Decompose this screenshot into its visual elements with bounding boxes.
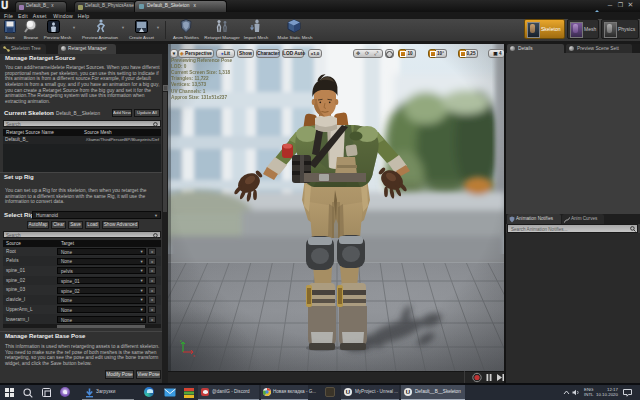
- svg-text:x: x: [193, 353, 195, 358]
- svg-text:z: z: [180, 338, 182, 343]
